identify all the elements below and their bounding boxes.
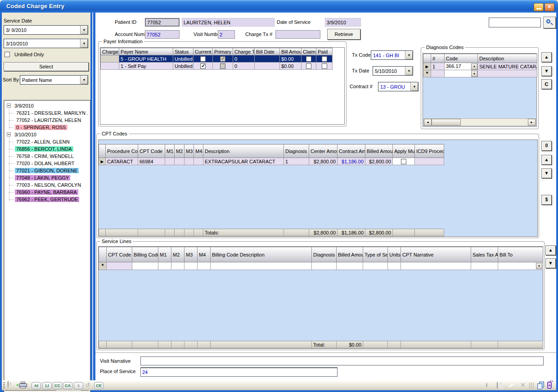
- cpt-move-up-button[interactable]: ▲: [541, 155, 552, 165]
- tree-node-date[interactable]: 3/10/2010: [4, 131, 90, 138]
- contract-combo[interactable]: 13 - GROU▼: [378, 82, 418, 91]
- tx-code-combo[interactable]: 141 - GH BI▼: [371, 50, 413, 60]
- chevron-down-icon[interactable]: ▼: [405, 67, 413, 75]
- tree-item-patient[interactable]: 76321 - DRESSLER, MARILYN .: [4, 109, 90, 117]
- tx-date-combo[interactable]: 5/10/2010▼: [373, 66, 413, 76]
- cpt-move-down-button[interactable]: ▼: [541, 168, 552, 178]
- tree-item-patient[interactable]: 77052 - LAURITZEN, HELEN: [4, 117, 90, 124]
- paid-checkbox[interactable]: [322, 56, 327, 62]
- sort-by-combo[interactable]: Patient Name▼: [20, 75, 88, 85]
- paid-checkbox[interactable]: [322, 63, 327, 69]
- diagnosis-move-up-button[interactable]: ▲: [541, 52, 552, 62]
- sidebar: Service Date 3/ 9/2010▼ 3/10/2010▼ Unbil…: [2, 13, 90, 380]
- chevron-down-icon[interactable]: ▼: [471, 71, 477, 77]
- add-case-icon[interactable]: +: [547, 383, 552, 388]
- tree-item-patient[interactable]: 76960 - PAYNE, BARBARA: [4, 189, 90, 196]
- close-icon: ×: [548, 4, 551, 10]
- tree-collapse-icon[interactable]: [7, 132, 11, 136]
- service-date-to-combo[interactable]: 3/10/2010▼: [4, 39, 88, 48]
- place-of-service-input[interactable]: [140, 367, 338, 377]
- chevron-down-icon[interactable]: ▼: [80, 39, 88, 48]
- diagnosis-header-row: # Code Description: [423, 54, 537, 63]
- diagnosis-new-row[interactable]: * ▼: [423, 70, 537, 77]
- window-title: Coded Charge Entry: [6, 3, 64, 9]
- chevron-down-icon[interactable]: ▼: [410, 82, 418, 91]
- tree-item-patient[interactable]: 77048 - LAKIN, PEGGY: [4, 174, 90, 181]
- service-new-row[interactable]: * ▼: [99, 262, 543, 270]
- window-border-right: [556, 13, 558, 392]
- service-move-down-button[interactable]: ▼: [545, 258, 556, 268]
- account-number-field[interactable]: 77052: [145, 30, 180, 39]
- toolbar-ai-button[interactable]: AI: [32, 382, 41, 389]
- vertical-splitter[interactable]: [90, 13, 95, 380]
- current-row-icon: ▶: [423, 63, 431, 70]
- tx-code-label: Tx Code: [352, 52, 371, 58]
- chevron-down-icon[interactable]: ▼: [536, 263, 542, 269]
- bottom-toolbar: AI LI CC CA $ ↺ CE i ✕ +: [2, 380, 556, 390]
- chevron-down-icon[interactable]: ▼: [80, 76, 88, 84]
- current-payer-checkbox[interactable]: [200, 63, 206, 69]
- toolbar-drag-handle[interactable]: [3, 382, 5, 389]
- scroll-thumb[interactable]: [432, 119, 461, 126]
- diagnosis-row[interactable]: ▶ 1 366.17▼ SENILE MATURE CATARA: [423, 63, 537, 70]
- tree-item-patient[interactable]: 76856 - BERCOT, LINDA: [4, 145, 90, 153]
- tree-item-patient[interactable]: 77021 - GIBSON, DORENE: [4, 167, 90, 174]
- toolbar-li-button[interactable]: LI: [42, 382, 52, 389]
- charge-tx-field[interactable]: [275, 30, 320, 39]
- payer-row[interactable]: 1 - Self Pay Unbilled 0 $0.00: [101, 63, 333, 70]
- toolbar-cc-button[interactable]: CC: [53, 382, 62, 389]
- chevron-down-icon[interactable]: ▼: [471, 63, 477, 70]
- minimize-button[interactable]: [534, 3, 544, 11]
- chevron-down-icon[interactable]: ▼: [405, 51, 413, 59]
- payer-row[interactable]: 5 - GROUP HEALTH Unbilled 0 $0.00: [101, 55, 333, 63]
- unbilled-only-checkbox[interactable]: [4, 52, 10, 57]
- search-button[interactable]: [543, 17, 556, 28]
- chevron-down-icon[interactable]: ▼: [80, 26, 88, 34]
- patient-id-label: Patient ID: [115, 19, 136, 25]
- toolbar-dollar-button: $: [74, 382, 83, 389]
- service-total-row: Total: $0.00: [99, 341, 543, 348]
- cpt-zero-button[interactable]: 0: [541, 141, 552, 151]
- payer-information-title: Payer Information: [102, 39, 144, 44]
- scroll-left-icon[interactable]: ◄: [424, 119, 432, 126]
- patient-name-field: LAURITZEN, HELEN: [182, 18, 274, 27]
- toolbar-ca-button[interactable]: CA: [63, 382, 72, 389]
- divider: [95, 352, 556, 353]
- select-button[interactable]: Select: [4, 62, 89, 71]
- undo-icon: ↺: [84, 382, 91, 389]
- tree-node-date[interactable]: 3/9/2010: [4, 102, 90, 109]
- tree-item-patient[interactable]: 76962 - PEEK, GERTRUDE: [4, 196, 90, 203]
- patient-id-field[interactable]: 77052: [145, 18, 180, 27]
- tree-item-patient[interactable]: 77020 - DOLAN, HUBERT: [4, 160, 90, 167]
- visit-narrative-input[interactable]: [140, 356, 544, 365]
- scroll-right-icon[interactable]: ►: [528, 119, 536, 126]
- close-button[interactable]: ×: [544, 3, 554, 11]
- charge-button-cell[interactable]: [101, 63, 119, 70]
- service-date-label: Service Date: [4, 18, 32, 23]
- retrieve-button[interactable]: Retrieve: [327, 29, 360, 40]
- claim-gen-checkbox[interactable]: [306, 56, 311, 62]
- service-date-from-combo[interactable]: 3/ 9/2010▼: [4, 25, 88, 35]
- charge-button-cell[interactable]: [101, 55, 119, 63]
- tree-item-patient[interactable]: 0 - SPRINGER, ROSS: [4, 124, 90, 131]
- service-move-up-button[interactable]: ▲: [545, 245, 556, 255]
- visit-number-field[interactable]: 2: [218, 30, 235, 39]
- search-input[interactable]: [489, 18, 541, 27]
- tree-collapse-icon[interactable]: [7, 104, 11, 108]
- tree-item-patient[interactable]: 76758 - CRIM, WENDELL: [4, 153, 90, 160]
- tree-item-patient[interactable]: 77022 - ALLEN, GLENN: [4, 138, 90, 145]
- apply-multiplier-checkbox[interactable]: [401, 159, 406, 164]
- scroll-track[interactable]: [461, 119, 528, 126]
- claim-gen-checkbox[interactable]: [306, 63, 311, 69]
- date-of-service-field: 3/9/2010: [325, 18, 361, 27]
- clock-icon[interactable]: [7, 382, 9, 387]
- tree-item-patient[interactable]: 77003 - NELSON, CAROLYN: [4, 181, 90, 189]
- diagnosis-horizontal-scrollbar[interactable]: ◄ ►: [423, 118, 536, 126]
- cpt-row[interactable]: ▶ CATARACT 66984 EXTRACAPSULAR CATARACT …: [99, 158, 444, 165]
- cpt-dollar-button[interactable]: $: [541, 195, 552, 205]
- minimize-icon: [536, 8, 541, 9]
- diagnosis-c-button[interactable]: C: [541, 79, 552, 89]
- current-payer-checkbox[interactable]: [200, 56, 206, 62]
- diagnosis-move-down-button[interactable]: ▼: [541, 66, 552, 76]
- toolbar-ce-button[interactable]: CE: [94, 382, 104, 389]
